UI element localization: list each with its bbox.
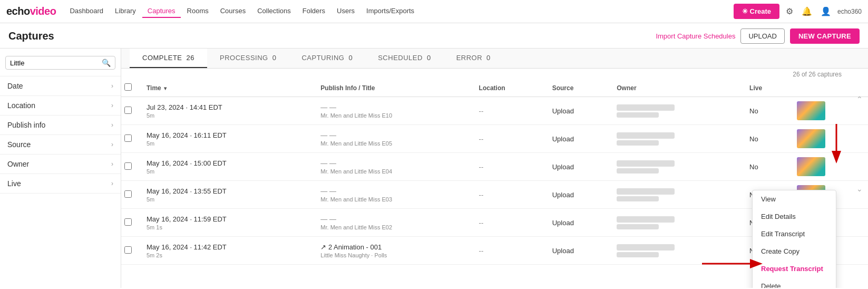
row-location: -- — [473, 181, 546, 209]
row-location: -- — [473, 209, 546, 237]
row-checkbox-cell[interactable] — [121, 97, 140, 125]
tab-scheduled[interactable]: SCHEDULED 0 — [365, 49, 443, 68]
row-checkbox[interactable] — [124, 107, 132, 114]
tab-capturing-label: CAPTURING — [301, 54, 344, 62]
row-time-cell: May 16, 2024 · 11:42 EDT 5m 2s — [140, 237, 314, 265]
context-edit-transcript[interactable]: Edit Transcript — [753, 225, 836, 243]
arrow-down-annotation — [826, 121, 847, 165]
search-input[interactable] — [10, 59, 99, 67]
row-publish-sub: Mr. Men and Little Miss E05 — [320, 140, 466, 147]
filter-owner[interactable]: Owner › — [0, 154, 121, 174]
search-box[interactable]: 🔍 — [5, 56, 115, 70]
filter-live[interactable]: Live › — [0, 174, 121, 194]
row-live: No — [743, 153, 791, 181]
col-publish-info[interactable]: Publish Info / Title — [314, 79, 472, 97]
new-capture-button[interactable]: NEW CAPTURE — [790, 28, 860, 44]
row-date: May 16, 2024 · 15:00 EDT — [147, 159, 308, 167]
filter-owner-label: Owner — [7, 160, 29, 168]
col-location[interactable]: Location — [473, 79, 546, 97]
tab-error[interactable]: ERROR 0 — [444, 49, 503, 68]
logo-echo: echo — [6, 5, 30, 17]
tab-processing[interactable]: PROCESSING 0 — [207, 49, 289, 68]
tab-capturing[interactable]: CAPTURING 0 — [289, 49, 365, 68]
page-header-actions: Import Capture Schedules UPLOAD NEW CAPT… — [656, 28, 860, 44]
context-create-copy[interactable]: Create Copy — [753, 243, 836, 260]
row-checkbox-cell[interactable] — [121, 125, 140, 153]
select-all-header[interactable] — [121, 79, 140, 97]
logo[interactable]: echovideo — [6, 5, 56, 17]
row-date: Jul 23, 2024 · 14:41 EDT — [147, 103, 308, 111]
row-checkbox[interactable] — [124, 190, 132, 198]
row-checkbox-cell[interactable] — [121, 209, 140, 237]
main-layout: 🔍 Date › Location › Publish info › Sourc… — [0, 49, 868, 288]
row-time-cell: May 16, 2024 · 16:11 EDT 5m — [140, 125, 314, 153]
row-live: No — [743, 125, 791, 153]
context-view[interactable]: View — [753, 190, 836, 208]
row-checkbox[interactable] — [124, 162, 132, 170]
row-thumbnail — [797, 101, 825, 120]
search-icon: 🔍 — [102, 59, 111, 67]
table-container: 26 of 26 captures Time ▾ Publish Info / … — [121, 69, 868, 288]
row-publish-title: — — — [320, 131, 466, 139]
top-nav: echovideo Dashboard Library Captures Roo… — [0, 0, 868, 23]
row-checkbox-cell[interactable] — [121, 181, 140, 209]
context-menu: View Edit Details Edit Transcript Create… — [752, 190, 836, 288]
tab-complete[interactable]: COMPLETE 26 — [130, 49, 207, 68]
row-thumbnail — [797, 129, 825, 148]
row-publish-cell: ↗ 2 Animation - 001 Little Miss Naughty … — [314, 237, 472, 265]
nav-courses[interactable]: Courses — [215, 5, 251, 18]
row-publish-sub: Mr. Men and Little Miss E04 — [320, 168, 466, 175]
logo-video: video — [30, 5, 56, 17]
nav-dashboard[interactable]: Dashboard — [64, 5, 109, 18]
context-request-transcript[interactable]: Request Transcript — [753, 260, 836, 277]
context-edit-details[interactable]: Edit Details — [753, 208, 836, 225]
row-duration: 5m — [147, 196, 308, 203]
row-time-cell: May 16, 2024 · 13:55 EDT 5m — [140, 181, 314, 209]
row-checkbox[interactable] — [124, 218, 132, 226]
row-checkbox-cell[interactable] — [121, 153, 140, 181]
row-publish-title: — — — [320, 103, 466, 111]
upload-button[interactable]: UPLOAD — [740, 28, 784, 44]
nav-library[interactable]: Library — [110, 5, 141, 18]
tab-error-count: 0 — [486, 54, 491, 62]
filter-publish-info-label: Publish info — [7, 121, 45, 129]
sidebar: 🔍 Date › Location › Publish info › Sourc… — [0, 49, 121, 288]
filter-publish-info[interactable]: Publish info › — [0, 115, 121, 134]
col-source[interactable]: Source — [546, 79, 611, 97]
filter-date-label: Date — [7, 82, 23, 90]
create-button[interactable]: ✳ Create — [734, 4, 779, 19]
row-checkbox-cell[interactable] — [121, 237, 140, 265]
scroll-down-btn[interactable]: ⌄ — [856, 185, 863, 193]
arrow-right-annotation — [699, 256, 763, 273]
user-icon[interactable]: 👤 — [818, 4, 833, 18]
col-live[interactable]: Live — [743, 79, 791, 97]
select-all-checkbox[interactable] — [124, 83, 132, 91]
nav-captures[interactable]: Captures — [142, 5, 181, 18]
tab-complete-label: COMPLETE — [142, 54, 182, 62]
filter-source[interactable]: Source › — [0, 134, 121, 154]
notifications-icon[interactable]: 🔔 — [799, 4, 814, 18]
row-duration: 5m 2s — [147, 252, 308, 258]
nav-rooms[interactable]: Rooms — [182, 5, 214, 18]
col-owner[interactable]: Owner — [610, 79, 743, 97]
tab-capturing-count: 0 — [348, 54, 353, 62]
settings-icon[interactable]: ⚙ — [784, 4, 795, 18]
col-time[interactable]: Time ▾ — [140, 79, 314, 97]
nav-imports-exports[interactable]: Imports/Exports — [361, 5, 420, 18]
filter-date[interactable]: Date › — [0, 76, 121, 95]
filter-location[interactable]: Location › — [0, 95, 121, 115]
row-publish-sub: Little Miss Naughty · Polls — [320, 252, 466, 258]
row-source: Upload — [546, 97, 611, 125]
tab-scheduled-label: SCHEDULED — [378, 54, 423, 62]
nav-users[interactable]: Users — [331, 5, 360, 18]
nav-collections[interactable]: Collections — [252, 5, 296, 18]
context-delete[interactable]: Delete — [753, 277, 836, 288]
import-capture-schedules-link[interactable]: Import Capture Schedules — [656, 32, 735, 40]
row-checkbox[interactable] — [124, 246, 132, 254]
filter-source-label: Source — [7, 140, 31, 149]
row-publish-sub: Mr. Men and Little Miss E10 — [320, 112, 466, 119]
tab-processing-label: PROCESSING — [220, 54, 268, 62]
row-owner — [610, 209, 743, 237]
row-checkbox[interactable] — [124, 134, 132, 142]
nav-folders[interactable]: Folders — [297, 5, 330, 18]
